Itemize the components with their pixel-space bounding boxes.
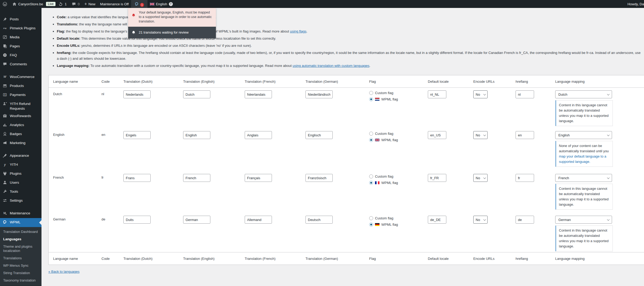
sidebar-item-yith[interactable]: yYITH	[0, 160, 41, 169]
submenu-theme-plugins-localization[interactable]: Theme and plugins localization	[0, 243, 41, 255]
updates-menu[interactable]: 1	[56, 0, 69, 8]
howdy-label: Howdy, Da	[627, 2, 644, 6]
translation-dutch-input[interactable]	[123, 174, 151, 182]
custom-flag-option[interactable]: Custom flag	[369, 174, 424, 178]
translation-english-input[interactable]	[183, 174, 210, 182]
footer-flag: Flag	[369, 257, 428, 261]
default-locale-input[interactable]	[428, 174, 446, 182]
sidebar-item-media[interactable]: Media	[0, 33, 41, 42]
radio-unselected[interactable]	[369, 216, 373, 220]
wpml-toolbar-menu[interactable]: 1	[131, 0, 147, 8]
sidebar-item-woorewards[interactable]: WooRewards	[0, 112, 41, 121]
default-language-warning[interactable]: Your default language, English, must be …	[128, 8, 216, 27]
radio-unselected[interactable]	[369, 132, 373, 136]
wpml-flag-option[interactable]: WPML flag	[369, 181, 424, 185]
svg-text:$: $	[4, 94, 6, 96]
table-footer-row: Language name Code Translation (Dutch) T…	[49, 252, 644, 265]
translation-german-input[interactable]	[305, 216, 333, 224]
sidebar-item-pimwick-plugins[interactable]: PWPimwick Plugins	[0, 24, 41, 33]
sidebar-item-wpml[interactable]: WPML	[0, 218, 41, 227]
sidebar-item-users[interactable]: Users	[0, 178, 41, 187]
translation-dutch-input[interactable]	[123, 90, 151, 98]
translation-french-input[interactable]	[245, 90, 272, 98]
translation-english-input[interactable]	[183, 90, 210, 98]
back-to-languages-link[interactable]: « Back to languages	[48, 270, 80, 274]
wpml-flag-option[interactable]: WPML flag	[369, 138, 424, 142]
hreflang-input[interactable]	[516, 131, 534, 139]
translation-french-input[interactable]	[245, 174, 272, 182]
custom-flag-option[interactable]: Custom flag	[369, 216, 424, 220]
translation-english-input[interactable]	[183, 131, 210, 139]
translation-french-input[interactable]	[245, 216, 272, 224]
radio-selected[interactable]	[369, 181, 373, 185]
plus-icon: +	[84, 2, 87, 6]
submenu-languages[interactable]: Languages	[0, 236, 41, 243]
automatic-translation-link[interactable]: using automatic translation with custom …	[293, 64, 369, 68]
wpml-flag-option[interactable]: WPML flag	[369, 97, 424, 101]
sidebar-item-payments[interactable]: $Payments	[0, 90, 41, 99]
sidebar-item-appearance[interactable]: Appearance	[0, 151, 41, 160]
wordpress-logo[interactable]	[0, 0, 10, 8]
default-locale-input[interactable]	[428, 216, 446, 224]
radio-selected[interactable]	[369, 97, 373, 101]
language-switcher[interactable]: English ?	[147, 0, 175, 8]
translation-english-input[interactable]	[183, 216, 210, 224]
custom-flag-option[interactable]: Custom flag	[369, 132, 424, 136]
radio-unselected[interactable]	[369, 91, 373, 95]
submenu-string-translation[interactable]: String Translation	[0, 269, 41, 277]
using-flags-link[interactable]: using flags	[290, 29, 306, 33]
encode-urls-select[interactable]: No	[473, 131, 488, 139]
sidebar-item-products[interactable]: Products	[0, 81, 41, 90]
sidebar-item-plugins[interactable]: Plugins	[0, 169, 41, 178]
radio-selected[interactable]	[369, 138, 373, 142]
sidebar-item-pages[interactable]: Pages	[0, 42, 41, 51]
sidebar-item-posts[interactable]: Posts	[0, 15, 41, 24]
hreflang-input[interactable]	[516, 174, 534, 182]
sidebar-item-settings[interactable]: Settings	[0, 196, 41, 205]
sidebar-item-tools[interactable]: Tools	[0, 187, 41, 196]
language-mapping-select[interactable]: English	[555, 131, 612, 139]
radio-selected[interactable]	[369, 223, 373, 227]
sidebar-item-comments[interactable]: Comments	[0, 60, 41, 69]
sidebar-item-analytics[interactable]: Analytics	[0, 121, 41, 130]
default-locale-input[interactable]	[428, 131, 446, 139]
encode-urls-select[interactable]: No	[473, 90, 488, 98]
help-icon[interactable]: ?	[169, 2, 173, 6]
translation-dutch-input[interactable]	[123, 216, 151, 224]
hreflang-input[interactable]	[516, 90, 534, 98]
sidebar-item-woocommerce[interactable]: WWooCommerce	[0, 72, 41, 81]
sidebar-item-maintenance[interactable]: MMaintenance	[0, 209, 41, 218]
encode-urls-select[interactable]: No	[473, 216, 488, 224]
howdy-account-menu[interactable]: Howdy, Da	[625, 0, 644, 8]
radio-unselected[interactable]	[369, 174, 373, 178]
wpml-flag-option[interactable]: WPML flag	[369, 223, 424, 227]
translation-french-input[interactable]	[245, 131, 272, 139]
hreflang-input[interactable]	[516, 216, 534, 224]
sidebar-item-badges[interactable]: Badges	[0, 130, 41, 139]
new-content-menu[interactable]: + New	[82, 0, 98, 8]
sidebar-item-yith-refund-requests[interactable]: YITH Refund Requests	[0, 99, 41, 112]
translation-german-input[interactable]	[305, 90, 333, 98]
map-default-language-link[interactable]: map your default language to a supported…	[559, 154, 606, 164]
translation-german-input[interactable]	[305, 131, 333, 139]
language-mapping-select[interactable]: French	[555, 174, 612, 182]
translation-dutch-input[interactable]	[123, 131, 151, 139]
comments-menu[interactable]: 0	[69, 0, 82, 8]
sidebar-item-faq[interactable]: ?FAQ	[0, 51, 41, 60]
encode-urls-select[interactable]: No	[473, 174, 488, 182]
submenu-taxonomy-translation[interactable]: Taxonomy translation	[0, 277, 41, 284]
maintenance-toggle[interactable]: Maintenance is Off	[98, 0, 131, 8]
language-mapping-select[interactable]: Dutch	[555, 90, 612, 98]
custom-flag-option[interactable]: Custom flag	[369, 91, 424, 95]
default-locale-input[interactable]	[428, 90, 446, 98]
language-mapping-select[interactable]: German	[555, 216, 612, 224]
header-default-locale: Default locale	[428, 80, 473, 84]
submenu-wp-menus-sync[interactable]: WP Menus Sync	[0, 262, 41, 269]
question-circle-icon: ?	[2, 53, 7, 57]
translation-german-input[interactable]	[305, 174, 333, 182]
translations-review-notice[interactable]: 21 translations waiting for review	[128, 27, 216, 38]
site-menu[interactable]: CanyonStore.be	[10, 0, 45, 8]
submenu-translations[interactable]: Translations	[0, 255, 41, 262]
sidebar-item-marketing[interactable]: Marketing	[0, 139, 41, 148]
submenu-translation-dashboard[interactable]: Translation Dashboard	[0, 228, 41, 236]
